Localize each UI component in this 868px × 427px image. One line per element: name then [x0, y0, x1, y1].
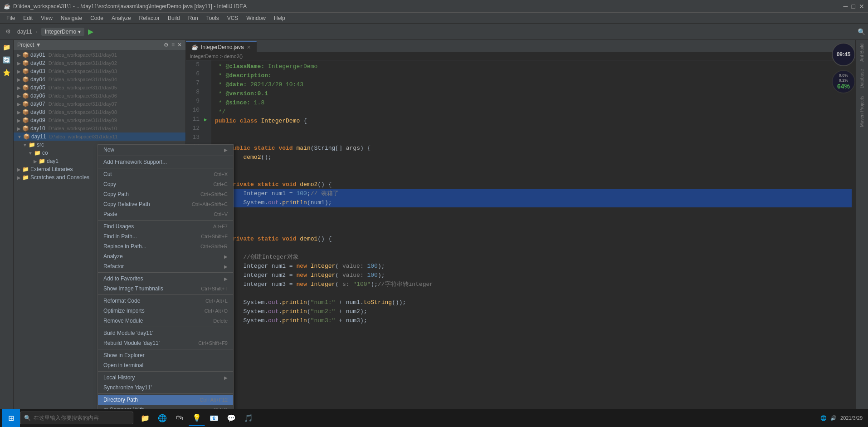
- menu-code[interactable]: Code: [87, 14, 107, 22]
- ctx-show-in-explorer[interactable]: Show in Explorer: [98, 350, 233, 360]
- editor-tab-integerdemo[interactable]: ☕ IntegerDemo.java ✕: [186, 41, 257, 52]
- code-line-33: System.out.println("num3:" + num3);: [215, 316, 852, 325]
- code-line-29: Integer num3 = new Integer( s: "100");//…: [215, 280, 852, 289]
- ctx-replace-in-path[interactable]: Replace in Path... Ctrl+Shift+R: [98, 241, 233, 251]
- code-content[interactable]: * @className: IntegergerDemo * @descript…: [211, 60, 855, 417]
- close-button[interactable]: ✕: [859, 3, 864, 10]
- project-panel-settings-icon[interactable]: ⚙: [164, 42, 169, 48]
- ctx-separator-3: [98, 220, 233, 221]
- code-line-18: private static void demo2() {: [215, 180, 852, 189]
- tab-close-icon[interactable]: ✕: [247, 44, 251, 50]
- taskbar-store[interactable]: 🛍: [171, 410, 188, 426]
- taskbar-search-input[interactable]: [34, 415, 124, 421]
- menu-refactor[interactable]: Refactor: [136, 14, 163, 22]
- toolbar-settings-btn[interactable]: ⚙: [3, 27, 14, 36]
- taskbar-app7[interactable]: 🎵: [240, 410, 257, 426]
- run-config-selector[interactable]: IntegerDemo ▾: [41, 28, 84, 36]
- code-line-17: [215, 171, 852, 180]
- ctx-show-image-thumbnails[interactable]: Show Image Thumbnails Ctrl+Shift+T: [98, 284, 233, 294]
- menu-navigate[interactable]: Navigate: [57, 14, 86, 22]
- title-bar: ☕ D:\idea_workspace\31\1 - ...\day11\src…: [0, 0, 868, 13]
- breadcrumb-path: IntegerDemo > demo2(): [190, 54, 243, 59]
- tree-item-day05[interactable]: ▶ 📦 day05 D:\idea_workspace\31\1\day05: [14, 83, 185, 92]
- menu-analyze[interactable]: Analyze: [108, 14, 135, 22]
- minimize-button[interactable]: ─: [844, 3, 848, 10]
- ctx-copy-path[interactable]: Copy Path Ctrl+Shift+C: [98, 189, 233, 199]
- ctx-cut[interactable]: Cut Ctrl+X: [98, 169, 233, 179]
- ctx-add-framework[interactable]: Add Framework Support...: [98, 157, 233, 167]
- ctx-remove-module[interactable]: Remove Module Delete: [98, 316, 233, 326]
- taskbar-left: 🔍: [20, 412, 133, 424]
- ctx-build-module[interactable]: Build Module 'day11': [98, 328, 233, 338]
- menu-window[interactable]: Window: [243, 14, 269, 22]
- run-button[interactable]: ▶: [88, 27, 93, 36]
- ctx-new[interactable]: New: [98, 145, 233, 155]
- ctx-find-in-path[interactable]: Find in Path... Ctrl+Shift+F: [98, 231, 233, 241]
- tree-item-day01[interactable]: ▶ 📦 day01 D:\idea_workspace\31\1\day01: [14, 51, 185, 59]
- maximize-button[interactable]: □: [852, 3, 855, 10]
- tree-item-day03[interactable]: ▶ 📦 day03 D:\idea_workspace\31\1\day03: [14, 67, 185, 75]
- sidebar-icon-3[interactable]: ⭐: [1, 67, 12, 78]
- ctx-analyze[interactable]: Analyze: [98, 251, 233, 261]
- tab-filename: IntegerDemo.java: [201, 44, 244, 50]
- ctx-separator-8: [98, 371, 233, 372]
- menu-edit[interactable]: Edit: [20, 14, 36, 22]
- tree-item-day08[interactable]: ▶ 📦 day08 D:\idea_workspace\31\1\day08: [14, 108, 185, 116]
- code-line-15: demo2();: [215, 153, 852, 162]
- ctx-paste[interactable]: Paste Ctrl+V: [98, 209, 233, 219]
- taskbar-app6[interactable]: 💬: [223, 410, 239, 426]
- ctx-copy[interactable]: Copy Ctrl+C: [98, 179, 233, 189]
- ctx-reformat-code[interactable]: Reformat Code Ctrl+Alt+L: [98, 296, 233, 306]
- tree-item-day11[interactable]: ▼ 📦 day11 D:\idea_workspace\31\1\day11: [14, 133, 185, 141]
- menu-file[interactable]: File: [3, 14, 19, 22]
- global-search-button[interactable]: 🔍: [858, 28, 865, 35]
- ctx-find-usages[interactable]: Find Usages Alt+F7: [98, 221, 233, 231]
- tree-item-day10[interactable]: ▶ 📦 day10 D:\idea_workspace\31\1\day10: [14, 124, 185, 133]
- start-button[interactable]: ⊞: [2, 409, 20, 427]
- taskbar-file-explorer[interactable]: 📁: [137, 410, 153, 426]
- sidebar-icon-2[interactable]: 🔄: [1, 54, 12, 65]
- project-panel-gear-icon[interactable]: ≡: [171, 42, 175, 48]
- ctx-synchronize[interactable]: Synchronize 'day11': [98, 383, 233, 393]
- project-panel-close-icon[interactable]: ✕: [177, 42, 182, 48]
- ctx-local-history[interactable]: Local History: [98, 373, 233, 383]
- code-line-25: [215, 244, 852, 253]
- ctx-separator-2: [98, 168, 233, 168]
- toolbar-breadcrumb: day11: [17, 29, 32, 35]
- ctx-copy-relative-path[interactable]: Copy Relative Path Ctrl+Alt+Shift+C: [98, 199, 233, 209]
- sidebar-icon-1[interactable]: 📁: [1, 42, 12, 53]
- ctx-refactor[interactable]: Refactor: [98, 261, 233, 271]
- ctx-directory-path[interactable]: Directory Path Ctrl+Alt+F12: [98, 395, 233, 405]
- taskbar-intellij[interactable]: 💡: [189, 410, 205, 426]
- code-line-23: }: [215, 226, 852, 235]
- menu-tools[interactable]: Tools: [203, 14, 223, 22]
- menu-view[interactable]: View: [37, 14, 56, 22]
- clock-widget: 09:45: [832, 43, 855, 66]
- right-sidebar-maven[interactable]: Maven Projects: [858, 92, 865, 131]
- tree-item-day02[interactable]: ▶ 📦 day02 D:\idea_workspace\31\1\day02: [14, 59, 185, 67]
- menu-vcs[interactable]: VCS: [224, 14, 242, 22]
- clock-time: 09:45: [837, 51, 851, 58]
- tree-item-day06[interactable]: ▶ 📦 day06 D:\idea_workspace\31\1\day06: [14, 92, 185, 100]
- code-line-8: * @version:0.1: [215, 89, 852, 98]
- right-sidebar-ant-build[interactable]: Ant Build: [858, 40, 865, 65]
- ctx-rebuild-module[interactable]: Rebuild Module 'day11' Ctrl+Shift+F9: [98, 338, 233, 348]
- tree-item-day07[interactable]: ▶ 📦 day07 D:\idea_workspace\31\1\day07: [14, 100, 185, 108]
- menu-run[interactable]: Run: [185, 14, 202, 22]
- right-sidebar-database[interactable]: Database: [858, 65, 865, 92]
- taskbar-search-box[interactable]: 🔍: [20, 412, 133, 424]
- taskbar-edge[interactable]: 🌐: [154, 410, 171, 426]
- taskbar-app5[interactable]: 📧: [206, 410, 222, 426]
- project-panel-header[interactable]: Project ▼ ⚙ ≡ ✕: [14, 40, 185, 50]
- ctx-open-in-terminal[interactable]: Open in terminal: [98, 360, 233, 370]
- run-icon-11[interactable]: ▶: [204, 117, 211, 123]
- breadcrumb-bar: IntegerDemo > demo2(): [186, 53, 855, 60]
- tree-item-day04[interactable]: ▶ 📦 day04 D:\idea_workspace\31\1\day04: [14, 75, 185, 83]
- ctx-add-to-favorites[interactable]: Add to Favorites: [98, 274, 233, 284]
- main-area: 📁 🔄 ⭐ Project ▼ ⚙ ≡ ✕ ▶ 📦 day01 D:\idea_…: [0, 40, 868, 417]
- menu-help[interactable]: Help: [270, 14, 289, 22]
- code-editor[interactable]: 5 6 7 8 9: [186, 60, 855, 417]
- ctx-optimize-imports[interactable]: Optimize Imports Ctrl+Alt+O: [98, 306, 233, 316]
- menu-build[interactable]: Build: [164, 14, 184, 22]
- tree-item-day09[interactable]: ▶ 📦 day09 D:\idea_workspace\31\1\day09: [14, 116, 185, 124]
